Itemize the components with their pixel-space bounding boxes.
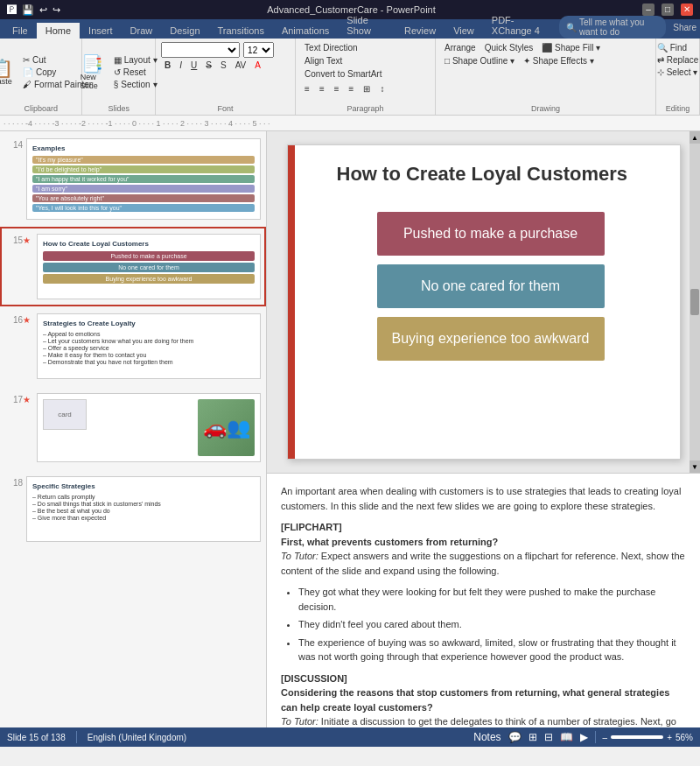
zoom-out-btn[interactable]: – xyxy=(603,733,608,742)
new-slide-btn[interactable]: 📑 New Slide xyxy=(77,53,108,92)
section-btn[interactable]: § Section ▾ xyxy=(110,79,161,90)
slide-canvas[interactable]: How to Create Loyal Customers Pushed to … xyxy=(287,144,681,460)
line-spacing-btn[interactable]: ↕ xyxy=(376,83,388,95)
italic-btn[interactable]: I xyxy=(176,60,186,71)
scroll-up-btn[interactable]: ▲ xyxy=(690,131,700,144)
tab-review[interactable]: Review xyxy=(396,23,444,39)
strikethrough-btn[interactable]: S xyxy=(202,60,215,71)
shape-fill-btn[interactable]: ⬛ Shape Fill ▾ xyxy=(538,42,604,53)
status-right: Notes 💬 ⊞ ⊟ 📖 ▶ – + 56% xyxy=(473,731,693,743)
notes-bullets: They got what they were looking for but … xyxy=(298,585,686,664)
slideshow-btn[interactable]: ▶ xyxy=(580,731,588,743)
align-left-btn[interactable]: ≡ xyxy=(301,83,313,95)
slide-item-16[interactable]: 16 ★ Strategies to Create Loyalty – Appe… xyxy=(0,306,266,386)
tab-slideshow[interactable]: Slide Show xyxy=(338,12,396,39)
align-text-btn[interactable]: Align Text xyxy=(301,55,346,67)
comments-icon[interactable]: 💬 xyxy=(508,731,522,743)
slide-item-18[interactable]: 18 Specific Strategies – Return calls pr… xyxy=(0,469,266,549)
notes-bracket2: [DISCUSSION] xyxy=(281,673,347,684)
align-center-btn[interactable]: ≡ xyxy=(316,83,328,95)
tab-pdfxchange[interactable]: PDF-XChange 4 xyxy=(483,12,559,39)
slides-group: 📑 New Slide ▦ Layout ▾ ↺ Reset § Section… xyxy=(82,39,156,115)
notes-flipchart-bracket: [FLIPCHART] First, what prevents custome… xyxy=(281,520,686,578)
font-family-select[interactable] xyxy=(161,42,240,58)
convert-smartart-btn[interactable]: Convert to SmartArt xyxy=(301,68,385,80)
slide16-item5: – Demonstrate that you have not forgotte… xyxy=(43,359,255,365)
title-bar-left: 🅿 💾 ↩ ↪ xyxy=(7,4,60,16)
slide14-title: Examples xyxy=(32,144,255,152)
font-color-btn[interactable]: A xyxy=(251,60,264,71)
normal-view-btn[interactable]: ⊞ xyxy=(528,731,537,743)
redo-btn[interactable]: ↪ xyxy=(52,4,60,16)
slide14-box1: "It's my pleasure" xyxy=(32,156,255,164)
slide18-item3: – Be the best at what you do xyxy=(32,508,255,514)
slide-panel[interactable]: 14 Examples "It's my pleasure" "I'd be d… xyxy=(0,131,267,727)
font-size-select[interactable]: 12 xyxy=(243,42,274,58)
slide17-star: ★ xyxy=(23,395,31,404)
slide-sorter-btn[interactable]: ⊟ xyxy=(544,731,553,743)
tab-design[interactable]: Design xyxy=(161,23,208,39)
slide-item-17[interactable]: 17 ★ card 🚗👥 xyxy=(0,386,266,469)
app-icon: 🅿 xyxy=(7,4,17,15)
tab-insert[interactable]: Insert xyxy=(80,23,122,39)
tell-me-input[interactable]: 🔍 Tell me what you want to do xyxy=(559,16,666,39)
slide14-box2: "I'd be delighted to help" xyxy=(32,165,255,173)
shape-effects-btn[interactable]: ✦ Shape Effects ▾ xyxy=(520,55,598,67)
zoom-control[interactable]: – + 56% xyxy=(603,733,693,742)
paste-label: Paste xyxy=(0,77,12,86)
undo-btn[interactable]: ↩ xyxy=(39,4,47,16)
new-slide-icon: 📑 xyxy=(81,55,103,73)
slide-item-14[interactable]: 14 Examples "It's my pleasure" "I'd be d… xyxy=(0,131,266,227)
replace-btn[interactable]: ⇄ Replace xyxy=(654,54,700,66)
slide-item-15[interactable]: 15 ★ How to Create Loyal Customers Pushe… xyxy=(0,227,266,306)
slide14-box6: "Yes, I will look into this for you" xyxy=(32,204,255,212)
columns-btn[interactable]: ⊞ xyxy=(360,83,374,95)
justify-btn[interactable]: ≡ xyxy=(346,83,358,95)
notes-toggle-btn[interactable]: Notes xyxy=(473,731,500,743)
slide-left-bar xyxy=(288,145,295,459)
maximize-btn[interactable]: □ xyxy=(662,4,674,16)
text-direction-btn[interactable]: Text Direction xyxy=(301,42,361,53)
slide-box-1: Pushed to make a purchase xyxy=(377,212,605,256)
tab-home[interactable]: Home xyxy=(37,23,80,39)
minimize-btn[interactable]: – xyxy=(642,4,654,16)
scroll-down-btn[interactable]: ▼ xyxy=(690,460,700,473)
zoom-in-btn[interactable]: + xyxy=(667,733,672,742)
slide-num-16: 16 xyxy=(5,313,23,325)
slide-scrollbar[interactable]: ▲ ▼ xyxy=(690,131,700,473)
align-right-btn[interactable]: ≡ xyxy=(331,83,343,95)
tab-view[interactable]: View xyxy=(444,23,483,39)
underline-btn[interactable]: U xyxy=(187,60,200,71)
arrange-btn[interactable]: Arrange xyxy=(441,42,480,53)
shadow-btn[interactable]: S xyxy=(217,60,230,71)
tab-file[interactable]: File xyxy=(4,23,37,39)
char-spacing-btn[interactable]: AV xyxy=(232,60,250,71)
shape-outline-btn[interactable]: □ Shape Outline ▾ xyxy=(441,55,518,67)
slide-box-2: No one cared for them xyxy=(377,264,605,308)
find-btn[interactable]: 🔍 Find xyxy=(654,42,700,53)
notes-panel: An important area when dealing with cust… xyxy=(267,473,700,727)
tab-transitions[interactable]: Transitions xyxy=(209,23,273,39)
scroll-thumb[interactable] xyxy=(690,289,699,315)
font-group: 12 B I U S S AV A Font xyxy=(156,39,296,115)
slide18-item2: – Do small things that stick in customer… xyxy=(32,501,255,507)
quick-styles-btn[interactable]: Quick Styles xyxy=(481,42,537,53)
close-btn[interactable]: ✕ xyxy=(681,4,693,16)
quick-save[interactable]: 💾 xyxy=(22,4,34,16)
layout-btn[interactable]: ▦ Layout ▾ xyxy=(110,54,161,66)
reading-view-btn[interactable]: 📖 xyxy=(560,731,573,743)
notes-intro: An important area when dealing with cust… xyxy=(281,484,686,513)
slide-thumb-15: How to Create Loyal Customers Pushed to … xyxy=(37,234,261,299)
new-slide-label: New Slide xyxy=(80,73,105,90)
slide16-item2: – Let your customers know what you are d… xyxy=(43,338,255,344)
select-btn[interactable]: ⊹ Select ▾ xyxy=(654,67,700,78)
tab-draw[interactable]: Draw xyxy=(122,23,162,39)
zoom-slider[interactable] xyxy=(611,735,663,739)
bold-btn[interactable]: B xyxy=(161,60,174,71)
tab-animations[interactable]: Animations xyxy=(273,23,338,39)
status-sep1 xyxy=(76,731,77,743)
slide16-star: ★ xyxy=(23,315,31,325)
paste-btn[interactable]: 📋 Paste xyxy=(0,58,18,88)
share-btn[interactable]: Share xyxy=(673,23,696,32)
reset-btn[interactable]: ↺ Reset xyxy=(110,67,161,78)
